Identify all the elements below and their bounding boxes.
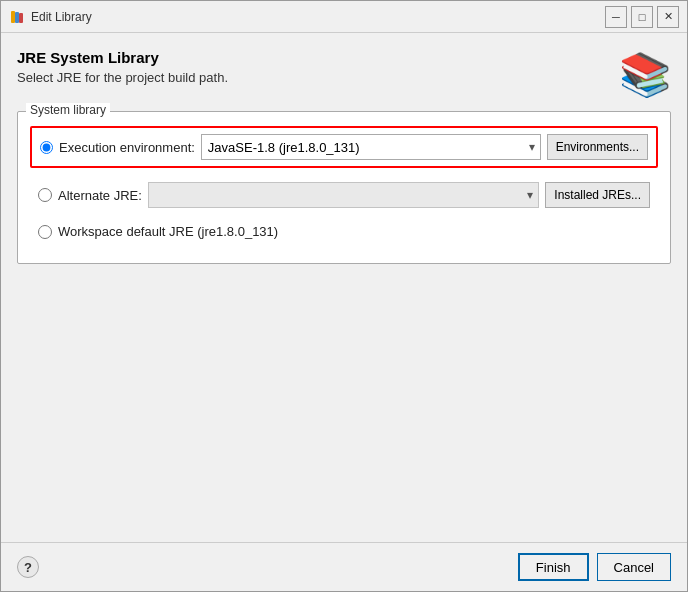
group-legend: System library <box>26 103 110 117</box>
dialog-footer: ? Finish Cancel <box>1 542 687 591</box>
title-bar-controls: ─ □ ✕ <box>605 6 679 28</box>
dialog-body: System library Execution environment: Ja… <box>1 111 687 542</box>
alternate-jre-select[interactable] <box>148 182 539 208</box>
finish-button[interactable]: Finish <box>518 553 589 581</box>
workspace-default-radio[interactable] <box>38 225 52 239</box>
close-button[interactable]: ✕ <box>657 6 679 28</box>
installed-jres-button[interactable]: Installed JREs... <box>545 182 650 208</box>
maximize-button[interactable]: □ <box>631 6 653 28</box>
header-icon: 📚 <box>619 49 671 101</box>
workspace-default-row: Workspace default JRE (jre1.8.0_131) <box>30 218 658 245</box>
svg-rect-2 <box>19 13 23 23</box>
footer-right: Finish Cancel <box>518 553 671 581</box>
svg-rect-0 <box>11 11 15 23</box>
cancel-button[interactable]: Cancel <box>597 553 671 581</box>
title-bar-title: Edit Library <box>31 10 605 24</box>
dialog-header: JRE System Library Select JRE for the pr… <box>1 33 687 111</box>
execution-environment-dropdown-wrapper[interactable]: JavaSE-1.8 (jre1.8.0_131) JavaSE-1.7 Jav… <box>201 134 541 160</box>
edit-library-dialog: Edit Library ─ □ ✕ JRE System Library Se… <box>0 0 688 592</box>
execution-environment-row: Execution environment: JavaSE-1.8 (jre1.… <box>30 126 658 168</box>
help-button[interactable]: ? <box>17 556 39 578</box>
workspace-default-label: Workspace default JRE (jre1.8.0_131) <box>58 224 278 239</box>
execution-environment-select[interactable]: JavaSE-1.8 (jre1.8.0_131) JavaSE-1.7 Jav… <box>201 134 541 160</box>
footer-left: ? <box>17 556 39 578</box>
environments-button[interactable]: Environments... <box>547 134 648 160</box>
alternate-jre-row: Alternate JRE: Installed JREs... <box>30 176 658 214</box>
dialog-title: JRE System Library <box>17 49 228 66</box>
minimize-button[interactable]: ─ <box>605 6 627 28</box>
execution-environment-radio[interactable] <box>40 141 53 154</box>
svg-rect-1 <box>15 12 19 23</box>
execution-environment-label: Execution environment: <box>59 140 195 155</box>
alternate-jre-radio[interactable] <box>38 188 52 202</box>
alternate-jre-label: Alternate JRE: <box>58 188 142 203</box>
alternate-jre-dropdown-wrapper[interactable] <box>148 182 539 208</box>
system-library-group: System library Execution environment: Ja… <box>17 111 671 264</box>
dialog-subtitle: Select JRE for the project build path. <box>17 70 228 85</box>
title-bar: Edit Library ─ □ ✕ <box>1 1 687 33</box>
dialog-icon <box>9 9 25 25</box>
